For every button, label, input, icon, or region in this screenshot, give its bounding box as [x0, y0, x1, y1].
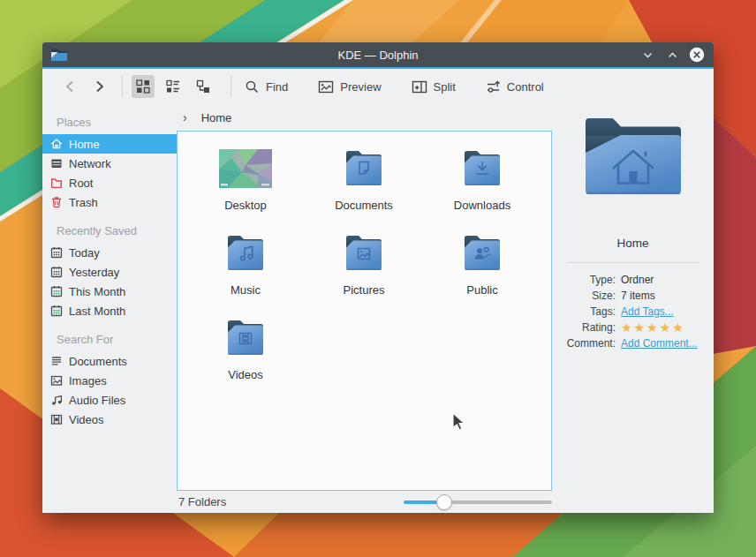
info-label: Comment:: [552, 337, 616, 350]
toolbar-separator: [122, 76, 123, 97]
sidebar-item-label: Home: [69, 138, 100, 151]
sidebar-item-root[interactable]: Root: [42, 173, 177, 192]
sidebar-item-audio-files[interactable]: Audio Files: [42, 390, 177, 410]
statusbar: 7 Folders: [177, 491, 552, 513]
calendar-icon: [49, 265, 64, 279]
sidebar-item-label: Audio Files: [69, 394, 125, 407]
preview-button[interactable]: Preview: [314, 76, 385, 98]
sidebar-item-yesterday[interactable]: Yesterday: [42, 262, 177, 282]
back-button[interactable]: [57, 76, 85, 97]
chevron-down-icon: [642, 49, 654, 61]
preview-icon: [318, 79, 334, 94]
forward-button[interactable]: [85, 76, 113, 97]
wallpaper-thumbnail-icon: [219, 147, 272, 190]
section-header-recently-saved: Recently Saved: [42, 219, 177, 243]
sidebar-item-home[interactable]: Home: [42, 134, 177, 154]
info-row-tags: Tags: Add Tags...: [552, 304, 714, 320]
folder-music-icon: [224, 232, 267, 275]
sidebar-item-this-month[interactable]: This Month: [42, 282, 177, 301]
folder-view[interactable]: Desktop Documents: [177, 131, 552, 491]
info-panel-divider: [567, 262, 699, 263]
details-view-icon: [165, 79, 181, 94]
sidebar-item-label: Documents: [69, 355, 127, 368]
info-label: Size:: [552, 290, 616, 302]
sidebar-item-label: Network: [69, 157, 111, 170]
sidebar-item-documents[interactable]: Documents: [42, 351, 177, 371]
document-lines-icon: [49, 354, 64, 368]
section-header-places: Places: [42, 110, 177, 134]
breadcrumb-chevron-icon[interactable]: ›: [183, 110, 187, 124]
chevron-up-icon: [667, 49, 678, 61]
sidebar-item-videos[interactable]: Videos: [42, 410, 177, 429]
sidebar-item-images[interactable]: Images: [42, 371, 177, 390]
calendar-green-icon: [49, 284, 64, 298]
information-panel: Home Type: Ordner Size: 7 items Tags: Ad…: [552, 104, 714, 513]
folder-grid: Desktop Documents: [178, 132, 551, 402]
find-button[interactable]: Find: [240, 76, 292, 98]
sidebar-item-label: Root: [69, 177, 93, 190]
sidebar-item-network[interactable]: Network: [42, 154, 177, 173]
folder-item-pictures[interactable]: Pictures: [305, 232, 423, 317]
zoom-slider[interactable]: [404, 494, 552, 510]
folder-item-videos[interactable]: Videos: [186, 317, 305, 402]
sidebar-item-last-month[interactable]: Last Month: [42, 301, 177, 320]
sidebar-item-label: Last Month: [69, 305, 125, 318]
section-header-search-for: Search For: [42, 327, 177, 351]
info-row-type: Type: Ordner: [552, 272, 714, 288]
sidebar-item-today[interactable]: Today: [42, 243, 177, 262]
split-label: Split: [434, 80, 456, 94]
chevron-left-icon: [64, 79, 78, 94]
info-panel-rows: Type: Ordner Size: 7 items Tags: Add Tag…: [552, 272, 714, 351]
minimize-button[interactable]: [639, 47, 655, 63]
desktop-background: KDE — Dolphin: [0, 0, 756, 557]
split-view-icon: [412, 79, 427, 94]
folder-item-music[interactable]: Music: [186, 232, 305, 317]
image-icon: [49, 373, 64, 388]
folder-item-desktop[interactable]: Desktop: [186, 147, 305, 232]
control-button[interactable]: Control: [481, 76, 548, 98]
places-panel: Places Home Network: [42, 104, 177, 513]
sidebar-item-label: Trash: [69, 196, 98, 209]
folder-item-public[interactable]: Public: [423, 232, 541, 317]
root-folder-icon: [49, 176, 64, 190]
mouse-cursor: [452, 412, 465, 431]
control-menu-icon: [486, 79, 501, 94]
home-folder-large-icon: [580, 113, 686, 199]
maximize-button[interactable]: [664, 47, 680, 63]
info-row-rating: Rating: ★★★★★: [552, 320, 714, 335]
network-icon: [49, 156, 64, 170]
sidebar-item-trash[interactable]: Trash: [42, 192, 177, 212]
folder-film-icon: [224, 317, 267, 359]
folder-document-icon: [343, 147, 385, 190]
folder-name: Pictures: [344, 283, 385, 297]
breadcrumb-current[interactable]: Home: [201, 111, 232, 124]
folder-name: Videos: [228, 368, 263, 381]
sidebar-item-label: Today: [69, 246, 100, 260]
add-comment-link[interactable]: Add Comment...: [621, 337, 698, 350]
toolbar: Find Preview Split: [42, 69, 714, 104]
search-icon: [245, 79, 260, 94]
folder-image-icon: [343, 232, 385, 275]
folder-item-downloads[interactable]: Downloads: [423, 147, 541, 232]
control-label: Control: [507, 80, 544, 94]
window-title: KDE — Dolphin: [42, 49, 714, 62]
info-panel-title: Home: [616, 237, 648, 250]
zoom-slider-handle[interactable]: [436, 494, 452, 510]
rating-stars[interactable]: ★★★★★: [621, 321, 685, 334]
info-label: Tags:: [552, 305, 616, 318]
dolphin-window: KDE — Dolphin: [42, 42, 714, 513]
info-label: Rating:: [552, 321, 616, 334]
toolbar-separator: [231, 76, 231, 97]
window-folder-icon: [50, 48, 68, 62]
split-button[interactable]: Split: [407, 76, 460, 98]
icons-view-button[interactable]: [132, 75, 155, 98]
info-value: 7 items: [621, 290, 655, 302]
sidebar-item-label: Yesterday: [69, 266, 119, 279]
folder-item-documents[interactable]: Documents: [305, 147, 423, 232]
titlebar[interactable]: KDE — Dolphin: [42, 42, 714, 67]
trash-icon: [49, 195, 64, 209]
close-button[interactable]: [689, 47, 705, 63]
tree-view-button[interactable]: [192, 75, 215, 98]
details-view-button[interactable]: [162, 75, 185, 98]
add-tags-link[interactable]: Add Tags...: [621, 305, 674, 318]
